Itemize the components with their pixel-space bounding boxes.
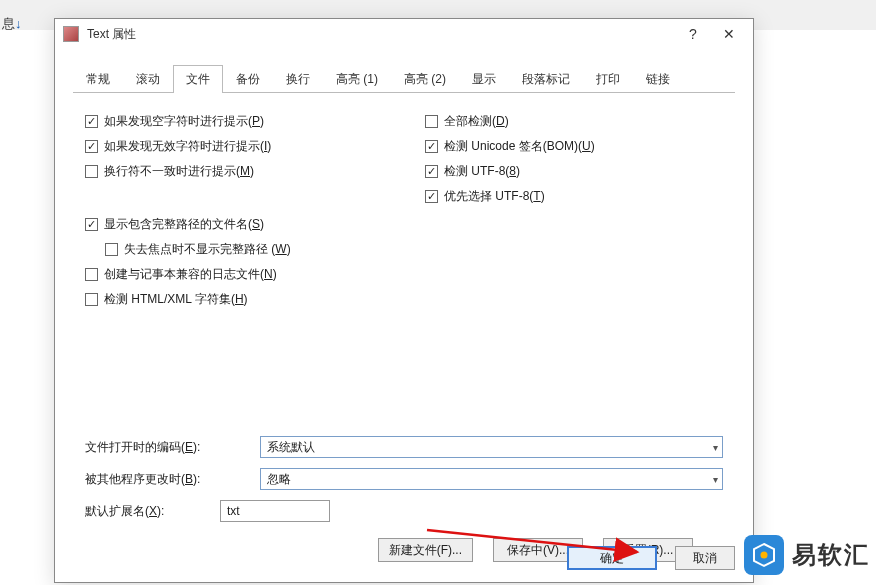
tab-wrap[interactable]: 换行: [273, 65, 323, 93]
checkbox-icon: [105, 243, 118, 256]
checkbox-icon: [85, 218, 98, 231]
check-fullpath-filename[interactable]: 显示包含完整路径的文件名(S): [85, 216, 425, 233]
svg-point-1: [761, 552, 768, 559]
dialog-title: Text 属性: [87, 26, 675, 43]
check-detect-all[interactable]: 全部检测(D): [425, 113, 723, 130]
checkbox-icon: [85, 268, 98, 281]
right-column: 全部检测(D) 检测 Unicode 签名(BOM)(U) 检测 UTF-8(8…: [425, 113, 723, 316]
encoding-label: 文件打开时的编码(E):: [85, 439, 260, 456]
form-section: 文件打开时的编码(E): 系统默认 ▾ 被其他程序更改时(B): 忽略 ▾ 默认…: [85, 436, 723, 522]
check-label: 显示包含完整路径的文件名(S): [104, 216, 264, 233]
tab-highlight1[interactable]: 高亮 (1): [323, 65, 391, 93]
checkbox-icon: [425, 140, 438, 153]
checkbox-icon: [85, 115, 98, 128]
chevron-down-icon: ▾: [713, 442, 718, 453]
tab-link[interactable]: 链接: [633, 65, 683, 93]
tab-display[interactable]: 显示: [459, 65, 509, 93]
tab-paragraph[interactable]: 段落标记: [509, 65, 583, 93]
changed-label: 被其他程序更改时(B):: [85, 471, 260, 488]
tab-content: 如果发现空字符时进行提示(P) 如果发现无效字符时进行提示(I) 换行符不一致时…: [55, 93, 753, 572]
text-properties-dialog: Text 属性 ? ✕ 常规 滚动 文件 备份 换行 高亮 (1) 高亮 (2)…: [54, 18, 754, 583]
row-open-encoding: 文件打开时的编码(E): 系统默认 ▾: [85, 436, 723, 458]
row-changed-by-other: 被其他程序更改时(B): 忽略 ▾: [85, 468, 723, 490]
row-default-ext: 默认扩展名(X): txt: [85, 500, 723, 522]
check-detect-bom[interactable]: 检测 Unicode 签名(BOM)(U): [425, 138, 723, 155]
changed-select[interactable]: 忽略 ▾: [260, 468, 723, 490]
check-label: 如果发现空字符时进行提示(P): [104, 113, 264, 130]
ext-input[interactable]: txt: [220, 500, 330, 522]
titlebar: Text 属性 ? ✕: [55, 19, 753, 49]
check-label: 检测 HTML/XML 字符集(H): [104, 291, 248, 308]
check-prompt-linebreak[interactable]: 换行符不一致时进行提示(M): [85, 163, 425, 180]
tab-general[interactable]: 常规: [73, 65, 123, 93]
chevron-down-icon: ▾: [713, 474, 718, 485]
checkbox-icon: [85, 293, 98, 306]
check-detect-utf8[interactable]: 检测 UTF-8(8): [425, 163, 723, 180]
cancel-button[interactable]: 取消: [675, 546, 735, 570]
check-label: 失去焦点时不显示完整路径 (W): [124, 241, 291, 258]
select-value: 系统默认: [267, 439, 315, 456]
watermark-text: 易软汇: [792, 539, 870, 571]
background-text: 息↓: [2, 15, 22, 33]
checkbox-icon: [85, 165, 98, 178]
ext-label: 默认扩展名(X):: [85, 503, 220, 520]
newfile-button[interactable]: 新建文件(F)...: [378, 538, 473, 562]
tab-scroll[interactable]: 滚动: [123, 65, 173, 93]
encoding-select[interactable]: 系统默认 ▾: [260, 436, 723, 458]
check-label: 检测 Unicode 签名(BOM)(U): [444, 138, 595, 155]
tab-strip: 常规 滚动 文件 备份 换行 高亮 (1) 高亮 (2) 显示 段落标记 打印 …: [55, 49, 753, 93]
watermark-logo-icon: [744, 535, 784, 575]
dialog-bottom-buttons: 确定 取消: [567, 546, 735, 570]
check-label: 换行符不一致时进行提示(M): [104, 163, 254, 180]
check-label: 创建与记事本兼容的日志文件(N): [104, 266, 277, 283]
ok-button[interactable]: 确定: [567, 546, 657, 570]
check-label: 优先选择 UTF-8(T): [444, 188, 545, 205]
checkbox-icon: [425, 115, 438, 128]
tab-print[interactable]: 打印: [583, 65, 633, 93]
check-prefer-utf8[interactable]: 优先选择 UTF-8(T): [425, 188, 723, 205]
tab-backup[interactable]: 备份: [223, 65, 273, 93]
select-value: 忽略: [267, 471, 291, 488]
checkbox-icon: [425, 190, 438, 203]
tab-highlight2[interactable]: 高亮 (2): [391, 65, 459, 93]
check-prompt-null[interactable]: 如果发现空字符时进行提示(P): [85, 113, 425, 130]
check-label: 检测 UTF-8(8): [444, 163, 520, 180]
watermark: 易软汇: [744, 535, 870, 575]
check-hide-path-unfocused[interactable]: 失去焦点时不显示完整路径 (W): [105, 241, 425, 258]
tab-file[interactable]: 文件: [173, 65, 223, 93]
left-column: 如果发现空字符时进行提示(P) 如果发现无效字符时进行提示(I) 换行符不一致时…: [85, 113, 425, 316]
check-label: 全部检测(D): [444, 113, 509, 130]
check-detect-html-charset[interactable]: 检测 HTML/XML 字符集(H): [85, 291, 425, 308]
help-button[interactable]: ?: [675, 22, 711, 46]
checkbox-icon: [85, 140, 98, 153]
close-button[interactable]: ✕: [711, 22, 747, 46]
check-label: 如果发现无效字符时进行提示(I): [104, 138, 271, 155]
check-notepad-log[interactable]: 创建与记事本兼容的日志文件(N): [85, 266, 425, 283]
app-icon: [63, 26, 79, 42]
checkbox-icon: [425, 165, 438, 178]
check-prompt-invalid[interactable]: 如果发现无效字符时进行提示(I): [85, 138, 425, 155]
